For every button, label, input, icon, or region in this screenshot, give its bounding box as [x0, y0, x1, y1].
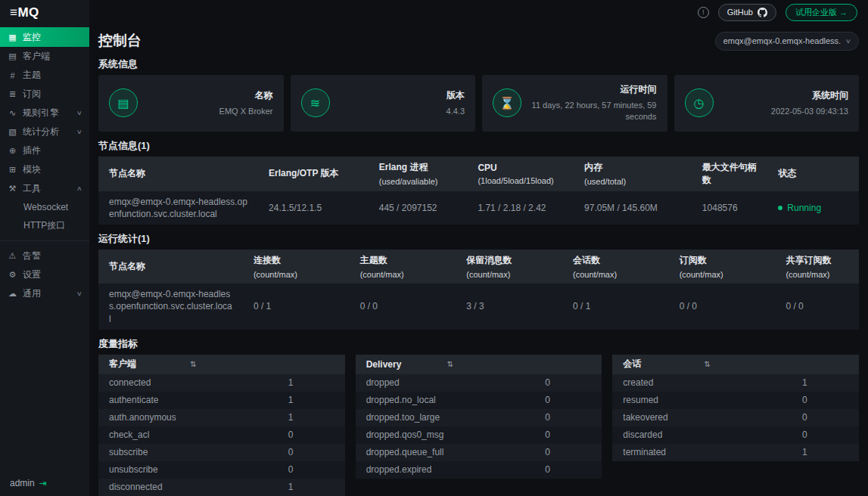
metrics-table-clients: 客户端 ⇅ connected1 authenticate1 auth.anon…	[98, 355, 345, 496]
sidebar-item-analytics[interactable]: ▧ 统计分析 ∨	[0, 122, 89, 141]
list-item: resumed0	[612, 392, 859, 409]
system-info-card-uptime: ⌛ 运行时间 11 days, 22 hours, 57 minutes, 59…	[482, 75, 667, 132]
system-info-card-system-time: ◷ 系统时间 2022-05-03 09:43:13	[674, 75, 860, 132]
sidebar-item-label: 客户端	[23, 50, 50, 63]
metrics-table-header: 客户端	[109, 358, 190, 370]
table-row: emqx@emqx-0.emqx-headless.openfunction.s…	[98, 191, 859, 225]
trial-enterprise-label: 试用企业版 →	[795, 7, 848, 18]
hourglass-icon: ⌛	[499, 96, 515, 110]
chevron-up-icon: ∧	[76, 185, 82, 192]
tools-icon: ⚒	[8, 184, 17, 194]
card-value: EMQ X Broker	[138, 106, 273, 117]
sidebar-item-label: 订阅	[23, 88, 41, 101]
sort-icon[interactable]: ⇅	[190, 360, 196, 368]
sort-icon[interactable]: ⇅	[705, 360, 711, 368]
list-item: disconnected1	[98, 479, 345, 496]
memory-cell: 97.05M / 145.60M	[574, 191, 692, 225]
section-title-system-info: 系统信息	[98, 59, 859, 70]
list-item: check_acl0	[98, 426, 345, 444]
node-selector-dropdown[interactable]: emqx@emqx-0.emqx-headless. ∨	[715, 32, 859, 51]
file-icon: ▤	[117, 96, 129, 110]
sidebar-item-label: 告警	[23, 250, 41, 262]
sidebar-item-general[interactable]: ☁ 通用 ∨	[0, 284, 89, 303]
sidebar-item-label: 统计分析	[23, 126, 59, 138]
card-value: 2022-05-03 09:43:13	[714, 106, 849, 117]
section-title-run-stats: 运行统计(1)	[98, 234, 859, 244]
sidebar-item-clients[interactable]: ▤ 客户端	[0, 47, 89, 66]
list-item: dropped0	[356, 374, 602, 392]
sidebar-nav: ▦ 监控 ▤ 客户端 # 主题 ≣ 订阅 ∿ 规则引擎 ∨ ▧ 统计分析 ∨ ⊕…	[0, 26, 89, 470]
column-header: 保留消息数(count/max)	[456, 250, 562, 284]
list-item: authenticate1	[98, 392, 345, 409]
connections-cell: 0 / 1	[243, 284, 350, 330]
list-item: auth.anonymous1	[98, 409, 345, 426]
section-title-node-info: 节点信息(1)	[98, 141, 859, 151]
sessions-cell: 0 / 1	[562, 284, 669, 330]
sidebar-item-subscriptions[interactable]: ≣ 订阅	[0, 85, 89, 104]
sidebar-item-settings[interactable]: ⚙ 设置	[0, 265, 89, 284]
chevron-down-icon: ∨	[76, 290, 82, 297]
layers-icon: ≋	[310, 96, 320, 110]
sidebar-item-http-api[interactable]: HTTP接口	[0, 216, 89, 234]
main-area: ! GitHub 试用企业版 → 控制台 emqx@emqx-0.emqx-he…	[89, 0, 868, 496]
sidebar-item-modules[interactable]: ⊞ 模块	[0, 160, 89, 179]
metrics-table-header: Delivery	[366, 359, 447, 370]
sidebar-item-plugins[interactable]: ⊕ 插件	[0, 141, 89, 160]
trial-enterprise-button[interactable]: 试用企业版 →	[786, 4, 857, 21]
column-header: Erlang 进程(used/avaliable)	[369, 157, 468, 191]
sidebar-item-rule-engine[interactable]: ∿ 规则引擎 ∨	[0, 104, 89, 122]
plugins-icon: ⊕	[8, 146, 17, 156]
alert-badge-icon[interactable]: !	[698, 7, 709, 18]
column-header: 节点名称	[98, 157, 258, 191]
sidebar-item-label: 监控	[23, 31, 41, 44]
sidebar-item-label: 插件	[23, 144, 41, 157]
sidebar-item-label: Websocket	[23, 202, 68, 212]
list-item: unsubscribe0	[98, 461, 345, 479]
sidebar-item-monitoring[interactable]: ▦ 监控	[0, 27, 89, 47]
column-header: 最大文件句柄数	[692, 157, 768, 191]
list-item: connected1	[98, 374, 345, 392]
sidebar-item-label: 通用	[23, 287, 41, 300]
sidebar-item-alerts[interactable]: ⚠ 告警	[0, 246, 89, 265]
list-item: dropped.expired0	[356, 461, 602, 479]
list-item: created1	[612, 374, 859, 392]
gear-icon: ⚙	[8, 270, 17, 280]
column-header: 订阅数(count/max)	[669, 250, 776, 284]
node-name-cell: emqx@emqx-0.emqx-headless.openfunction.s…	[98, 191, 258, 225]
list-item: dropped.too_large0	[356, 409, 602, 426]
topics-cell: 0 / 0	[350, 284, 456, 330]
card-label: 名称	[138, 89, 273, 102]
list-item: dropped.qos0_msg0	[356, 426, 602, 444]
sidebar-item-label: 设置	[23, 268, 41, 281]
clients-icon: ▤	[8, 51, 17, 61]
section-title-metrics: 度量指标	[98, 339, 859, 349]
node-info-table: 节点名称 Erlang/OTP 版本 Erlang 进程(used/avalia…	[98, 157, 859, 225]
max-fds-cell: 1048576	[692, 191, 768, 225]
general-icon: ☁	[8, 289, 17, 299]
topics-icon: #	[8, 71, 17, 80]
github-button[interactable]: GitHub	[718, 4, 776, 21]
metrics-table-delivery: Delivery ⇅ dropped0 dropped.no_local0 dr…	[356, 355, 602, 479]
run-stats-table: 节点名称 连接数(count/max) 主题数(count/max) 保留消息数…	[98, 250, 859, 330]
sort-icon[interactable]: ⇅	[447, 360, 453, 368]
rule-engine-icon: ∿	[8, 108, 17, 118]
sidebar-item-tools[interactable]: ⚒ 工具 ∧	[0, 179, 89, 198]
chevron-down-icon: ∨	[76, 129, 82, 135]
card-value: 11 days, 22 hours, 57 minutes, 59 second…	[521, 100, 657, 123]
column-header: 连接数(count/max)	[243, 250, 350, 284]
card-label: 运行时间	[521, 83, 657, 96]
list-item: subscribe0	[98, 444, 345, 461]
list-item: takeovered0	[612, 409, 859, 426]
column-header: 状态	[767, 157, 859, 191]
alert-icon: ⚠	[8, 251, 17, 261]
column-header: 共享订阅数(count/max)	[775, 250, 859, 284]
dashboard-icon: ▦	[8, 33, 17, 42]
sidebar-item-websocket[interactable]: Websocket	[0, 198, 89, 216]
logout-icon[interactable]: ⇥	[39, 478, 47, 488]
sidebar-divider	[0, 240, 89, 241]
list-item: dropped.queue_full0	[356, 444, 602, 461]
sidebar-item-topics[interactable]: # 主题	[0, 66, 89, 85]
card-label: 版本	[330, 89, 465, 102]
column-header: 主题数(count/max)	[350, 250, 456, 284]
metrics-table-sessions: 会话 ⇅ created1 resumed0 takeovered0 disca…	[612, 355, 859, 461]
